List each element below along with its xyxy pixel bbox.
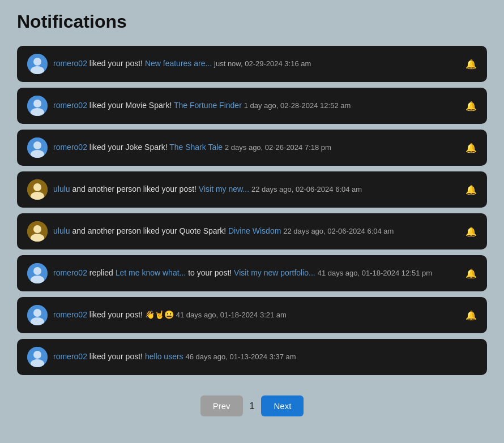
next-button[interactable]: Next — [261, 395, 304, 416]
post-link[interactable]: The Shark Tale — [169, 143, 223, 152]
page-number: 1 — [250, 401, 255, 411]
bell-icon: 🔔 — [465, 59, 477, 70]
prev-button[interactable]: Prev — [200, 395, 243, 416]
post-link[interactable]: Divine Wisdom — [228, 226, 281, 235]
notification-item: romero02 liked your Movie Spark! The For… — [17, 88, 487, 124]
avatar — [27, 54, 48, 74]
username-link[interactable]: romero02 — [53, 143, 87, 152]
page-title: Notifications — [17, 11, 487, 32]
notification-text: romero02 replied Let me know what... to … — [53, 268, 460, 279]
bell-icon: 🔔 — [465, 268, 477, 279]
notification-text: ululu and another person liked your post… — [53, 184, 460, 195]
svg-point-7 — [33, 141, 41, 149]
bell-icon: 🔔 — [465, 184, 477, 195]
avatar — [27, 137, 48, 158]
pagination: Prev 1 Next — [17, 395, 487, 416]
notification-item: romero02 liked your Joke Spark! The Shar… — [17, 130, 487, 166]
avatar — [27, 96, 48, 116]
reply-link[interactable]: Let me know what... — [116, 268, 186, 277]
username-link[interactable]: romero02 — [53, 268, 87, 277]
notification-item: ululu and another person liked your Quot… — [17, 213, 487, 250]
avatar — [27, 221, 48, 242]
notification-text: romero02 liked your Movie Spark! The For… — [53, 100, 460, 111]
notification-text: romero02 liked your post! 👋🤘😀 41 days ag… — [53, 309, 460, 321]
notification-item: romero02 liked your post! hello users 46… — [17, 339, 487, 375]
svg-point-1 — [33, 58, 41, 66]
username-link[interactable]: ululu — [53, 226, 70, 235]
notification-item: romero02 replied Let me know what... to … — [17, 255, 487, 291]
notification-item: romero02 liked your post! 👋🤘😀 41 days ag… — [17, 297, 487, 333]
svg-point-16 — [33, 267, 41, 275]
notification-item: ululu and another person liked your post… — [17, 171, 487, 208]
post-link[interactable]: The Fortune Finder — [174, 101, 242, 110]
post-link[interactable]: New features are... — [145, 59, 212, 68]
svg-point-19 — [33, 309, 41, 317]
username-link[interactable]: romero02 — [53, 59, 87, 68]
svg-point-4 — [33, 100, 41, 107]
bell-icon: 🔔 — [465, 101, 477, 111]
bell-icon: 🔔 — [465, 226, 477, 237]
notification-item: romero02 liked your post! New features a… — [17, 46, 487, 82]
post-link[interactable]: hello users — [145, 352, 183, 361]
avatar — [27, 347, 48, 367]
notification-text: romero02 liked your Joke Spark! The Shar… — [53, 142, 460, 153]
username-link[interactable]: romero02 — [53, 352, 87, 361]
post-link[interactable]: Visit my new portfolio... — [234, 268, 315, 277]
username-link[interactable]: romero02 — [53, 310, 87, 319]
username-link[interactable]: ululu — [53, 184, 70, 193]
notification-text: romero02 liked your post! New features a… — [53, 58, 460, 70]
avatar — [27, 179, 48, 200]
post-link[interactable]: Visit my new... — [199, 184, 249, 193]
avatar — [27, 263, 48, 283]
bell-icon: 🔔 — [465, 310, 477, 321]
bell-icon: 🔔 — [465, 143, 477, 153]
notification-text: ululu and another person liked your Quot… — [53, 226, 460, 237]
notification-text: romero02 liked your post! hello users 46… — [53, 351, 477, 363]
notifications-list: romero02 liked your post! New features a… — [17, 46, 487, 375]
svg-point-22 — [33, 351, 41, 359]
avatar — [27, 305, 48, 325]
svg-point-10 — [33, 183, 41, 191]
username-link[interactable]: romero02 — [53, 101, 87, 110]
post-link[interactable]: 👋🤘😀 — [145, 310, 174, 319]
svg-point-13 — [33, 225, 41, 233]
